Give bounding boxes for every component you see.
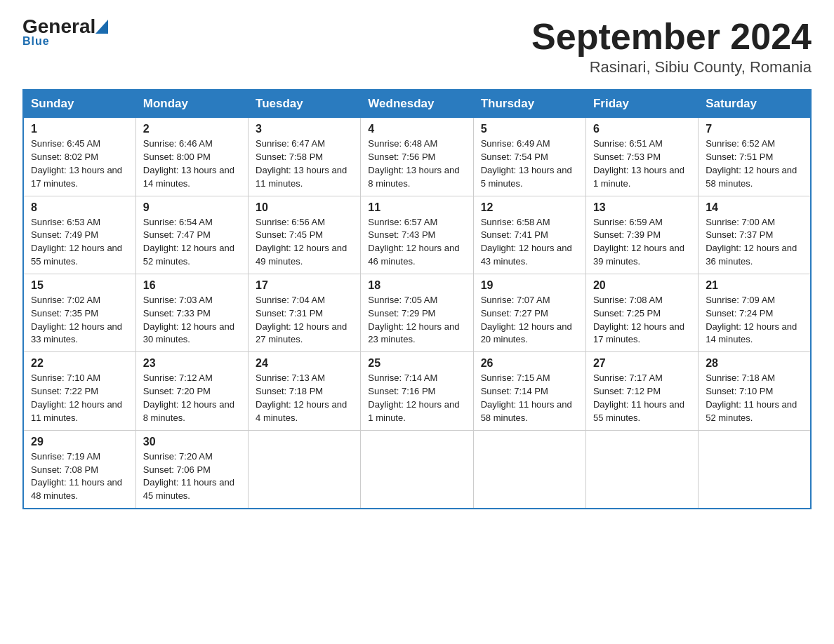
day-number: 13	[593, 201, 691, 214]
column-header-wednesday: Wednesday	[361, 90, 473, 118]
logo-triangle-icon	[95, 20, 108, 34]
day-number: 10	[256, 201, 353, 214]
calendar-cell: 20Sunrise: 7:08 AMSunset: 7:25 PMDayligh…	[585, 274, 698, 351]
calendar-cell: 10Sunrise: 6:56 AMSunset: 7:45 PMDayligh…	[249, 196, 361, 274]
day-info: Sunrise: 6:54 AMSunset: 7:47 PMDaylight:…	[143, 216, 241, 269]
day-info: Sunrise: 7:15 AMSunset: 7:14 PMDaylight:…	[481, 372, 578, 424]
day-number: 26	[481, 357, 578, 370]
calendar-cell: 30Sunrise: 7:20 AMSunset: 7:06 PMDayligh…	[135, 430, 248, 509]
calendar-cell: 16Sunrise: 7:03 AMSunset: 7:33 PMDayligh…	[135, 274, 248, 351]
day-number: 29	[31, 436, 128, 448]
day-number: 6	[593, 123, 691, 135]
page-header: General Blue September 2024 Rasinari, Si…	[22, 17, 812, 76]
calendar-cell	[473, 430, 585, 509]
calendar-cell: 7Sunrise: 6:52 AMSunset: 7:51 PMDaylight…	[699, 118, 811, 196]
day-info: Sunrise: 6:53 AMSunset: 7:49 PMDaylight:…	[31, 216, 128, 269]
calendar-header: SundayMondayTuesdayWednesdayThursdayFrid…	[23, 90, 811, 118]
day-number: 12	[481, 201, 578, 214]
logo: General Blue	[22, 17, 108, 48]
month-title: September 2024	[531, 17, 812, 57]
calendar-week-3: 15Sunrise: 7:02 AMSunset: 7:35 PMDayligh…	[23, 274, 811, 351]
day-info: Sunrise: 7:12 AMSunset: 7:20 PMDaylight:…	[143, 372, 241, 424]
day-info: Sunrise: 7:13 AMSunset: 7:18 PMDaylight:…	[256, 372, 353, 424]
day-number: 30	[143, 436, 241, 448]
calendar-cell: 11Sunrise: 6:57 AMSunset: 7:43 PMDayligh…	[361, 196, 473, 274]
calendar-cell	[249, 430, 361, 509]
calendar-body: 1Sunrise: 6:45 AMSunset: 8:02 PMDaylight…	[23, 118, 811, 509]
day-number: 11	[368, 201, 465, 214]
day-info: Sunrise: 6:51 AMSunset: 7:53 PMDaylight:…	[593, 137, 691, 190]
calendar-cell: 28Sunrise: 7:18 AMSunset: 7:10 PMDayligh…	[699, 352, 811, 430]
calendar-cell: 13Sunrise: 6:59 AMSunset: 7:39 PMDayligh…	[585, 196, 698, 274]
calendar-cell	[585, 430, 698, 509]
day-info: Sunrise: 6:58 AMSunset: 7:41 PMDaylight:…	[481, 216, 578, 269]
calendar-cell: 14Sunrise: 7:00 AMSunset: 7:37 PMDayligh…	[699, 196, 811, 274]
day-number: 18	[368, 279, 465, 292]
day-info: Sunrise: 6:59 AMSunset: 7:39 PMDaylight:…	[593, 216, 691, 269]
day-info: Sunrise: 7:14 AMSunset: 7:16 PMDaylight:…	[368, 372, 465, 424]
day-number: 16	[143, 279, 241, 292]
day-number: 20	[593, 279, 691, 292]
column-header-monday: Monday	[135, 90, 248, 118]
logo-blue-text: Blue	[22, 35, 50, 48]
day-info: Sunrise: 6:57 AMSunset: 7:43 PMDaylight:…	[368, 216, 465, 269]
column-header-saturday: Saturday	[699, 90, 811, 118]
day-info: Sunrise: 7:05 AMSunset: 7:29 PMDaylight:…	[368, 294, 465, 347]
calendar-cell	[699, 430, 811, 509]
day-number: 19	[481, 279, 578, 292]
title-block: September 2024 Rasinari, Sibiu County, R…	[531, 17, 812, 76]
day-number: 3	[256, 123, 353, 135]
day-info: Sunrise: 7:08 AMSunset: 7:25 PMDaylight:…	[593, 294, 691, 347]
calendar-cell: 19Sunrise: 7:07 AMSunset: 7:27 PMDayligh…	[473, 274, 585, 351]
calendar-week-2: 8Sunrise: 6:53 AMSunset: 7:49 PMDaylight…	[23, 196, 811, 274]
calendar-cell: 2Sunrise: 6:46 AMSunset: 8:00 PMDaylight…	[135, 118, 248, 196]
day-info: Sunrise: 7:00 AMSunset: 7:37 PMDaylight:…	[706, 216, 803, 269]
day-number: 14	[706, 201, 803, 214]
calendar-cell: 29Sunrise: 7:19 AMSunset: 7:08 PMDayligh…	[23, 430, 135, 509]
day-info: Sunrise: 6:46 AMSunset: 8:00 PMDaylight:…	[143, 137, 241, 190]
calendar-week-5: 29Sunrise: 7:19 AMSunset: 7:08 PMDayligh…	[23, 430, 811, 509]
day-number: 17	[256, 279, 353, 292]
day-number: 27	[593, 357, 691, 370]
day-info: Sunrise: 7:07 AMSunset: 7:27 PMDaylight:…	[481, 294, 578, 347]
day-info: Sunrise: 6:56 AMSunset: 7:45 PMDaylight:…	[256, 216, 353, 269]
calendar-cell: 23Sunrise: 7:12 AMSunset: 7:20 PMDayligh…	[135, 352, 248, 430]
day-number: 5	[481, 123, 578, 135]
calendar-cell	[361, 430, 473, 509]
day-info: Sunrise: 6:45 AMSunset: 8:02 PMDaylight:…	[31, 137, 128, 190]
day-number: 15	[31, 279, 128, 292]
day-number: 22	[31, 357, 128, 370]
logo-general-text: General	[22, 17, 95, 36]
calendar-cell: 1Sunrise: 6:45 AMSunset: 8:02 PMDaylight…	[23, 118, 135, 196]
day-info: Sunrise: 7:09 AMSunset: 7:24 PMDaylight:…	[706, 294, 803, 347]
calendar-cell: 4Sunrise: 6:48 AMSunset: 7:56 PMDaylight…	[361, 118, 473, 196]
calendar-cell: 6Sunrise: 6:51 AMSunset: 7:53 PMDaylight…	[585, 118, 698, 196]
location-text: Rasinari, Sibiu County, Romania	[531, 58, 812, 76]
day-info: Sunrise: 6:49 AMSunset: 7:54 PMDaylight:…	[481, 137, 578, 190]
calendar-cell: 22Sunrise: 7:10 AMSunset: 7:22 PMDayligh…	[23, 352, 135, 430]
day-number: 28	[706, 357, 803, 370]
day-number: 7	[706, 123, 803, 135]
day-number: 1	[31, 123, 128, 135]
column-header-sunday: Sunday	[23, 90, 135, 118]
day-number: 2	[143, 123, 241, 135]
calendar-cell: 26Sunrise: 7:15 AMSunset: 7:14 PMDayligh…	[473, 352, 585, 430]
calendar-cell: 25Sunrise: 7:14 AMSunset: 7:16 PMDayligh…	[361, 352, 473, 430]
day-info: Sunrise: 7:20 AMSunset: 7:06 PMDaylight:…	[143, 450, 241, 503]
calendar-cell: 17Sunrise: 7:04 AMSunset: 7:31 PMDayligh…	[249, 274, 361, 351]
calendar-cell: 18Sunrise: 7:05 AMSunset: 7:29 PMDayligh…	[361, 274, 473, 351]
day-info: Sunrise: 6:52 AMSunset: 7:51 PMDaylight:…	[706, 137, 803, 190]
day-info: Sunrise: 7:10 AMSunset: 7:22 PMDaylight:…	[31, 372, 128, 424]
day-number: 4	[368, 123, 465, 135]
day-number: 8	[31, 201, 128, 214]
column-header-tuesday: Tuesday	[249, 90, 361, 118]
day-info: Sunrise: 7:03 AMSunset: 7:33 PMDaylight:…	[143, 294, 241, 347]
day-number: 24	[256, 357, 353, 370]
day-info: Sunrise: 7:02 AMSunset: 7:35 PMDaylight:…	[31, 294, 128, 347]
day-info: Sunrise: 6:47 AMSunset: 7:58 PMDaylight:…	[256, 137, 353, 190]
calendar-cell: 5Sunrise: 6:49 AMSunset: 7:54 PMDaylight…	[473, 118, 585, 196]
column-header-thursday: Thursday	[473, 90, 585, 118]
calendar-cell: 27Sunrise: 7:17 AMSunset: 7:12 PMDayligh…	[585, 352, 698, 430]
calendar-week-4: 22Sunrise: 7:10 AMSunset: 7:22 PMDayligh…	[23, 352, 811, 430]
column-header-friday: Friday	[585, 90, 698, 118]
